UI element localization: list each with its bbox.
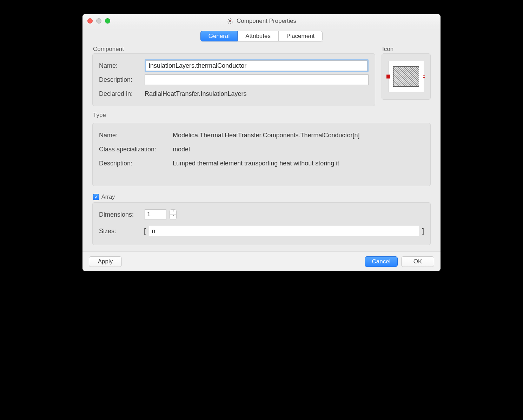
- window-controls: [82, 18, 110, 24]
- icon-section-label: Icon: [382, 44, 431, 53]
- titlebar: Component Properties: [82, 14, 441, 28]
- sizes-input[interactable]: [149, 226, 419, 236]
- dialog-footer: Apply Cancel OK: [82, 251, 441, 271]
- array-group: Dimensions: ˄ ˅ Sizes: [ ]: [92, 202, 431, 245]
- component-description-input[interactable]: [145, 74, 369, 85]
- svg-rect-2: [230, 23, 231, 24]
- svg-rect-3: [227, 21, 229, 21]
- class-specialization-value: model: [173, 146, 424, 153]
- icon-group: [382, 53, 431, 100]
- type-description-label: Description:: [99, 160, 169, 167]
- declared-in-label: Declared in:: [99, 90, 141, 98]
- minimize-window-button[interactable]: [96, 18, 101, 24]
- component-group: Name: Description:: [92, 53, 375, 106]
- array-checkbox-label: Array: [101, 194, 115, 200]
- cancel-button[interactable]: Cancel: [365, 256, 398, 267]
- type-description-value: Lumped thermal element transporting heat…: [173, 160, 424, 167]
- tab-placement[interactable]: Placement: [279, 31, 323, 41]
- dimensions-label: Dimensions:: [99, 211, 141, 218]
- zoom-window-button[interactable]: [105, 18, 110, 24]
- ok-button[interactable]: OK: [401, 256, 434, 267]
- svg-rect-6: [232, 22, 233, 23]
- svg-point-0: [229, 20, 231, 22]
- tab-attributes[interactable]: Attributes: [238, 31, 279, 41]
- component-description-label: Description:: [99, 76, 141, 84]
- stepper-up-icon[interactable]: ˄: [170, 210, 176, 215]
- type-group: Name: Modelica.Thermal.HeatTransfer.Comp…: [92, 123, 431, 186]
- array-checkbox[interactable]: ✓: [93, 194, 99, 200]
- component-name-label: Name:: [99, 62, 141, 70]
- dimensions-stepper[interactable]: ˄ ˅: [170, 209, 177, 220]
- apply-button[interactable]: Apply: [89, 256, 122, 267]
- sizes-bracket-open: [: [144, 227, 146, 235]
- svg-rect-4: [232, 21, 233, 21]
- svg-rect-8: [228, 22, 229, 24]
- sizes-label: Sizes:: [99, 228, 141, 235]
- declared-in-value: RadialHeatTransfer.InsulationLayers: [145, 90, 369, 98]
- svg-rect-7: [231, 18, 232, 19]
- stepper-down-icon[interactable]: ˅: [170, 215, 176, 219]
- svg-rect-5: [228, 19, 229, 20]
- component-properties-window: Component Properties General Attributes …: [82, 14, 441, 271]
- component-name-input[interactable]: [146, 60, 368, 71]
- heat-port-left-icon: [386, 75, 390, 79]
- type-name-value: Modelica.Thermal.HeatTransfer.Components…: [173, 132, 424, 139]
- close-window-button[interactable]: [87, 18, 93, 24]
- class-specialization-label: Class specialization:: [99, 146, 169, 153]
- tab-bar: General Attributes Placement: [82, 28, 441, 41]
- type-name-label: Name:: [99, 132, 169, 139]
- type-section-label: Type: [92, 110, 431, 119]
- sizes-bracket-close: ]: [422, 227, 424, 235]
- dimensions-input[interactable]: [145, 209, 166, 220]
- gear-icon: [227, 18, 234, 25]
- window-title: Component Properties: [237, 18, 296, 25]
- tab-general[interactable]: General: [200, 31, 238, 41]
- component-section-label: Component: [92, 44, 375, 53]
- svg-rect-1: [230, 18, 231, 19]
- component-icon-preview: [388, 61, 424, 92]
- heat-port-right-icon: [423, 76, 425, 78]
